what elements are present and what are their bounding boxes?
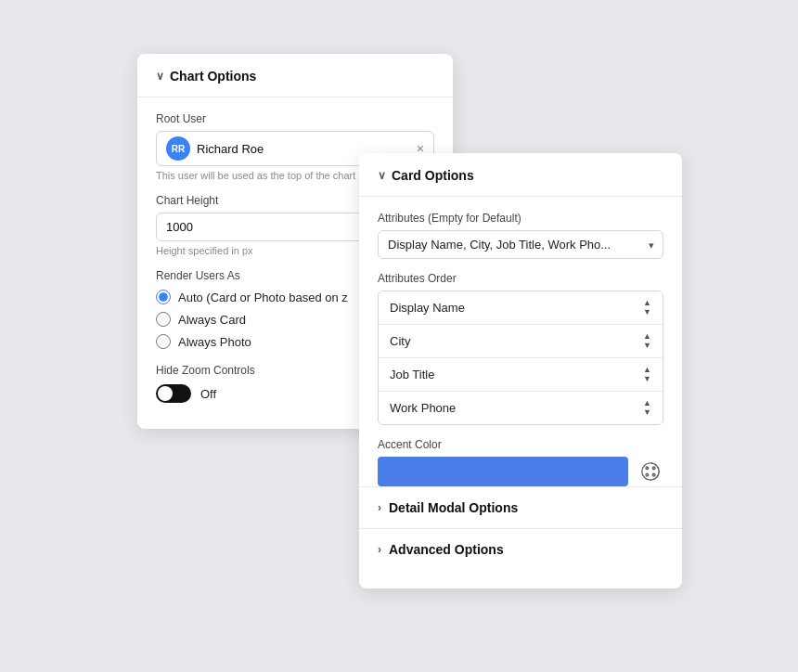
radio-card-input[interactable] [156,312,171,327]
color-picker-icon[interactable] [637,459,663,485]
attr-job-title-up-icon[interactable]: ▲ [643,366,651,374]
zoom-toggle[interactable] [156,384,191,403]
advanced-options-chevron-icon: › [378,543,381,556]
attributes-order-field: Attributes Order Display Name ▲ ▼ City ▲… [378,272,663,425]
svg-point-4 [646,473,649,476]
attributes-select[interactable]: Display Name, City, Job Title, Work Pho.… [378,230,663,259]
attr-job-title-text: Job Title [390,368,434,381]
radio-card-label: Always Card [178,313,246,327]
radio-photo-input[interactable] [156,334,171,349]
radio-auto-input[interactable] [156,290,171,304]
detail-modal-label: Detail Modal Options [389,500,518,515]
chart-options-header: ∨ Chart Options [137,54,453,97]
attr-display-name-arrows: ▲ ▼ [643,299,651,317]
attributes-select-wrap: Display Name, City, Job Title, Work Pho.… [378,230,663,259]
toggle-state: Off [200,387,216,401]
advanced-options-section[interactable]: › Advanced Options [359,528,682,570]
attr-row-city: City ▲ ▼ [379,325,663,358]
attr-display-name-down-icon[interactable]: ▼ [643,308,651,317]
accent-color-section: Accent Color [378,438,663,486]
card-options-body: Attributes (Empty for Default) Display N… [359,197,682,486]
attr-job-title-arrows: ▲ ▼ [643,366,651,383]
avatar: RR [166,136,190,161]
advanced-options-label: Advanced Options [389,542,504,557]
attr-work-phone-arrows: ▲ ▼ [643,399,651,417]
attributes-field: Attributes (Empty for Default) Display N… [378,212,663,259]
attr-row-display-name: Display Name ▲ ▼ [379,291,663,325]
attr-work-phone-text: Work Phone [390,401,456,415]
svg-point-2 [652,467,655,470]
attr-row-job-title: Job Title ▲ ▼ [379,358,663,392]
attr-display-name-text: Display Name [390,301,465,315]
card-options-header: ∨ Card Options [359,153,682,197]
card-options-title: Card Options [392,168,474,183]
attr-display-name-up-icon[interactable]: ▲ [643,299,651,307]
chart-options-title: Chart Options [170,69,256,84]
attr-row-work-phone: Work Phone ▲ ▼ [379,392,663,424]
attributes-order-label: Attributes Order [378,272,663,285]
attr-city-text: City [390,334,410,348]
radio-photo-label: Always Photo [178,335,251,349]
svg-point-3 [652,473,655,476]
detail-modal-section[interactable]: › Detail Modal Options [359,486,682,528]
chart-options-chevron-icon[interactable]: ∨ [156,70,164,83]
attr-work-phone-up-icon[interactable]: ▲ [643,399,651,407]
svg-point-1 [646,467,649,470]
detail-modal-chevron-icon: › [378,501,381,514]
attributes-order-list: Display Name ▲ ▼ City ▲ ▼ Job Title [378,291,663,425]
radio-auto-label: Auto (Card or Photo based on z [178,291,348,304]
root-user-label: Root User [156,112,434,125]
attr-city-down-icon[interactable]: ▼ [643,342,651,350]
attr-work-phone-down-icon[interactable]: ▼ [643,408,651,417]
toggle-thumb [158,386,173,401]
attributes-label: Attributes (Empty for Default) [378,212,663,225]
accent-color-label: Accent Color [378,438,663,451]
card-options-panel: ∨ Card Options Attributes (Empty for Def… [359,153,682,588]
attr-city-up-icon[interactable]: ▲ [643,332,651,341]
accent-color-bar[interactable] [378,457,628,486]
attr-city-arrows: ▲ ▼ [643,332,651,350]
attr-job-title-down-icon[interactable]: ▼ [643,375,651,383]
card-options-chevron-icon[interactable]: ∨ [378,169,386,182]
accent-color-row [378,457,663,486]
